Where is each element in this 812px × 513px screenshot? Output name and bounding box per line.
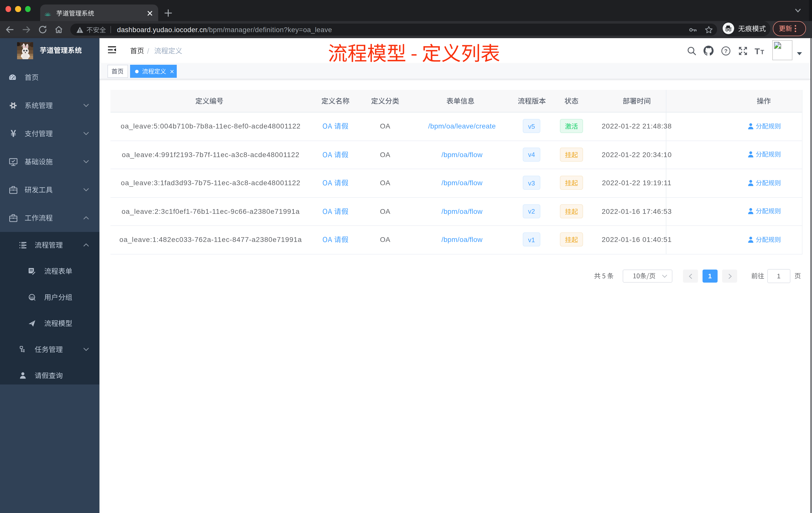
svg-text:T: T (760, 49, 764, 55)
svg-text:?: ? (724, 48, 727, 54)
svg-text:T: T (755, 47, 760, 56)
